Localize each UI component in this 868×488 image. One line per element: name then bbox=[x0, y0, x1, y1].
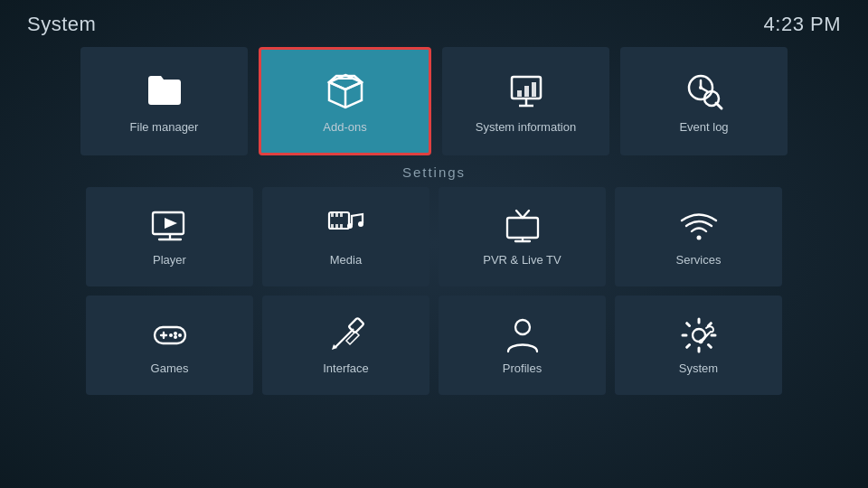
svg-rect-30 bbox=[507, 218, 538, 238]
profiles-label: Profiles bbox=[503, 361, 542, 375]
tile-media[interactable]: Media bbox=[262, 187, 429, 286]
tile-add-ons[interactable]: Add-ons bbox=[259, 47, 431, 155]
top-row: File manager Add-ons bbox=[0, 47, 868, 155]
tile-profiles[interactable]: Profiles bbox=[439, 296, 606, 395]
settings-label: Settings bbox=[0, 164, 868, 180]
settings-row-1: Player Media bbox=[0, 187, 868, 286]
tile-player[interactable]: Player bbox=[86, 187, 253, 286]
svg-rect-25 bbox=[331, 224, 334, 229]
settings-section: Settings Player bbox=[0, 164, 868, 395]
svg-point-35 bbox=[696, 236, 701, 240]
system-information-label: System information bbox=[476, 120, 576, 134]
svg-line-16 bbox=[716, 103, 722, 108]
tile-services[interactable]: Services bbox=[615, 187, 782, 286]
tile-system-information[interactable]: System information bbox=[442, 47, 609, 155]
svg-rect-10 bbox=[532, 82, 536, 97]
svg-rect-27 bbox=[340, 224, 343, 229]
svg-rect-23 bbox=[335, 212, 338, 217]
services-icon bbox=[679, 207, 719, 247]
media-icon bbox=[326, 207, 366, 247]
player-label: Player bbox=[153, 253, 186, 267]
svg-rect-22 bbox=[331, 212, 334, 217]
tile-interface[interactable]: Interface bbox=[262, 296, 429, 395]
tile-pvr-live-tv[interactable]: PVR & Live TV bbox=[439, 187, 606, 286]
pvr-live-tv-label: PVR & Live TV bbox=[483, 253, 561, 267]
media-label: Media bbox=[330, 253, 362, 267]
settings-row-2: Games Interface bbox=[0, 296, 868, 395]
games-label: Games bbox=[151, 361, 189, 375]
svg-point-42 bbox=[169, 333, 173, 337]
system-icon bbox=[679, 315, 719, 355]
svg-rect-24 bbox=[340, 212, 343, 217]
profiles-icon bbox=[503, 315, 542, 355]
file-manager-icon bbox=[143, 70, 186, 113]
svg-point-39 bbox=[174, 332, 177, 335]
svg-rect-9 bbox=[524, 86, 529, 97]
svg-rect-26 bbox=[335, 224, 338, 229]
file-manager-label: File manager bbox=[130, 120, 199, 134]
svg-point-40 bbox=[178, 333, 182, 337]
svg-rect-8 bbox=[517, 90, 522, 97]
svg-point-41 bbox=[174, 335, 177, 339]
clock: 4:23 PM bbox=[764, 13, 841, 36]
interface-icon bbox=[326, 315, 366, 355]
header: System 4:23 PM bbox=[0, 0, 868, 43]
svg-point-29 bbox=[358, 221, 363, 227]
svg-line-34 bbox=[523, 211, 529, 218]
svg-marker-18 bbox=[165, 218, 177, 229]
svg-point-45 bbox=[515, 320, 530, 334]
tile-games[interactable]: Games bbox=[86, 296, 253, 395]
svg-point-28 bbox=[347, 223, 353, 229]
tile-event-log[interactable]: Event log bbox=[620, 47, 788, 155]
player-icon bbox=[150, 207, 190, 247]
tile-file-manager[interactable]: File manager bbox=[80, 47, 248, 155]
tile-system[interactable]: System bbox=[615, 296, 782, 395]
page-title: System bbox=[27, 13, 96, 36]
svg-line-33 bbox=[516, 211, 523, 218]
event-log-icon bbox=[683, 70, 726, 113]
add-ons-icon bbox=[324, 70, 367, 113]
pvr-live-tv-icon bbox=[503, 207, 542, 247]
services-label: Services bbox=[676, 253, 722, 267]
games-icon bbox=[150, 315, 190, 355]
add-ons-label: Add-ons bbox=[323, 120, 366, 134]
svg-point-14 bbox=[699, 86, 703, 89]
system-label: System bbox=[679, 361, 718, 375]
system-information-icon bbox=[505, 70, 548, 113]
interface-label: Interface bbox=[323, 361, 369, 375]
event-log-label: Event log bbox=[679, 120, 728, 134]
